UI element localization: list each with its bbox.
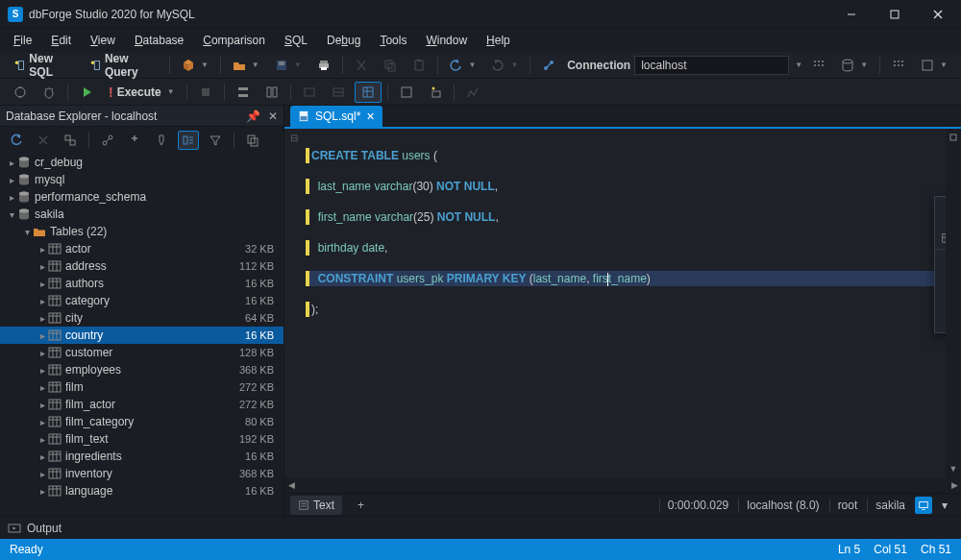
tb2-btn-9[interactable] (423, 83, 448, 102)
tb-btn-1[interactable]: ▼ (176, 56, 214, 75)
menu-view[interactable]: View (81, 30, 125, 51)
exp-delete-button[interactable] (33, 131, 54, 150)
tb-save-button[interactable]: ▼ (269, 56, 308, 75)
table-node-customer[interactable]: ▸customer128 KB (0, 344, 283, 361)
menu-help[interactable]: Help (477, 30, 520, 51)
svg-rect-9 (279, 61, 284, 65)
tb2-btn-5[interactable] (297, 83, 322, 102)
output-panel-collapsed[interactable]: Output (0, 516, 961, 539)
tb2-btn-8[interactable] (394, 83, 419, 102)
svg-rect-51 (402, 87, 411, 97)
database-tree[interactable]: ▸cr_debug▸mysql▸performance_schema▾sakil… (0, 154, 283, 516)
tb-undo-button[interactable]: ▼ (443, 56, 481, 75)
tb-redo-button[interactable]: ▼ (485, 56, 524, 75)
new-sql-button[interactable]: New SQL (8, 49, 80, 82)
tab-close-icon[interactable]: ✕ (366, 110, 375, 123)
tb2-run-button[interactable] (74, 83, 99, 102)
menu-sql[interactable]: SQL (275, 30, 317, 51)
execute-button[interactable]: ! Execute ▼ (103, 82, 181, 103)
table-node-film_actor[interactable]: ▸film_actor272 KB (0, 396, 283, 413)
table-node-country[interactable]: ▸country16 KB (0, 327, 283, 344)
status-caret-icon[interactable]: ▾ (942, 499, 955, 512)
tb2-btn-6[interactable] (326, 83, 351, 102)
window-minimize-button[interactable] (829, 0, 873, 29)
menu-window[interactable]: Window (416, 30, 477, 51)
table-node-film_category[interactable]: ▸film_category80 KB (0, 413, 283, 430)
table-node-inventory[interactable]: ▸inventory368 KB (0, 465, 283, 482)
table-node-employees[interactable]: ▸employees368 KB (0, 361, 283, 378)
tb2-stop-button[interactable] (193, 83, 218, 102)
exp-connect-button[interactable] (97, 131, 118, 150)
menu-debug[interactable]: Debug (317, 30, 370, 51)
connection-selector[interactable]: localhost (634, 56, 789, 75)
menu-edit[interactable]: Edit (41, 30, 81, 51)
svg-point-20 (814, 61, 816, 62)
exp-windows-button[interactable] (60, 131, 81, 150)
db-node-cr_debug[interactable]: ▸cr_debug (0, 154, 283, 171)
tb-db-button[interactable]: ▼ (835, 56, 874, 75)
table-node-authors[interactable]: ▸authors16 KB (0, 275, 283, 292)
menu-database[interactable]: Database (125, 30, 193, 51)
window-maximize-button[interactable] (873, 0, 916, 29)
exp-pin2-button[interactable] (151, 131, 172, 150)
menu-comparison[interactable]: Comparison (193, 30, 275, 51)
tb2-btn-3[interactable] (231, 83, 256, 102)
tb2-btn-4[interactable] (259, 83, 284, 102)
code-editor[interactable]: CREATE TABLE users ( last_name varchar(3… (306, 129, 946, 477)
svg-point-4 (15, 61, 19, 64)
new-query-button[interactable]: New Query (84, 49, 164, 82)
editor-bottom-bar: Text + 0:00:00.029 localhost (8.0) root … (284, 493, 961, 516)
tb-print-button[interactable] (311, 56, 336, 75)
tb2-btn-7[interactable] (355, 82, 382, 103)
tb-right-1[interactable]: ▼ (915, 56, 953, 75)
table-node-film_text[interactable]: ▸film_text192 KB (0, 430, 283, 448)
editor-add-tab[interactable]: + (350, 496, 372, 515)
exp-refresh-button[interactable] (6, 131, 27, 150)
svg-point-29 (901, 61, 903, 62)
tb-grip-2[interactable] (886, 56, 911, 75)
db-node-sakila[interactable]: ▾sakila (0, 206, 283, 223)
tb-cut-button[interactable] (349, 56, 374, 75)
intellisense-popup[interactable]: users.first_name (Column) first_name var… (934, 196, 946, 333)
exp-pin-button[interactable] (124, 131, 145, 150)
tb2-debug-button[interactable] (8, 83, 33, 102)
column-icon (941, 232, 946, 244)
db-node-performance_schema[interactable]: ▸performance_schema (0, 188, 283, 206)
exp-showprops-button[interactable] (178, 131, 199, 150)
tb-open-button[interactable]: ▼ (227, 56, 265, 75)
tb-copy-button[interactable] (378, 56, 403, 75)
tables-folder[interactable]: ▾Tables (22) (0, 223, 283, 240)
status-monitor-icon[interactable] (915, 497, 932, 514)
table-node-actor[interactable]: ▸actor32 KB (0, 240, 283, 257)
svg-rect-33 (923, 61, 932, 70)
db-node-mysql[interactable]: ▸mysql (0, 171, 283, 188)
execute-label: Execute (117, 85, 161, 99)
table-node-film[interactable]: ▸film272 KB (0, 378, 283, 396)
editor-vscrollbar[interactable]: ▼ (946, 129, 961, 477)
menu-tools[interactable]: Tools (370, 30, 416, 51)
window-close-button[interactable] (916, 0, 959, 29)
toolbar-secondary: ! Execute ▼ (0, 79, 961, 106)
svg-point-6 (90, 61, 94, 64)
connection-caret[interactable]: ▼ (795, 61, 802, 69)
tb2-btn-10[interactable] (460, 83, 485, 102)
exp-filter-button[interactable] (205, 131, 226, 150)
editor-hscrollbar[interactable]: ◀ ▶ (284, 477, 961, 493)
table-node-category[interactable]: ▸category16 KB (0, 292, 283, 309)
table-node-address[interactable]: ▸address112 KB (0, 257, 283, 275)
connection-icon (536, 56, 561, 75)
panel-pin-icon[interactable]: 📌 (246, 110, 260, 123)
tb-grip-1[interactable] (806, 56, 831, 75)
editor-tab-sql[interactable]: SQL.sql* ✕ (290, 106, 382, 127)
output-label: Output (27, 522, 62, 535)
table-node-city[interactable]: ▸city64 KB (0, 309, 283, 327)
menu-file[interactable]: File (4, 30, 41, 51)
svg-point-70 (19, 175, 29, 179)
editor-text-tab[interactable]: Text (290, 496, 342, 515)
tb2-debug2-button[interactable] (37, 83, 62, 102)
tb-paste-button[interactable] (407, 56, 431, 75)
exp-copy-button[interactable] (242, 131, 263, 150)
table-node-language[interactable]: ▸language16 KB (0, 482, 283, 499)
table-node-ingredients[interactable]: ▸ingredients16 KB (0, 448, 283, 465)
panel-close-icon[interactable]: ✕ (268, 110, 278, 123)
